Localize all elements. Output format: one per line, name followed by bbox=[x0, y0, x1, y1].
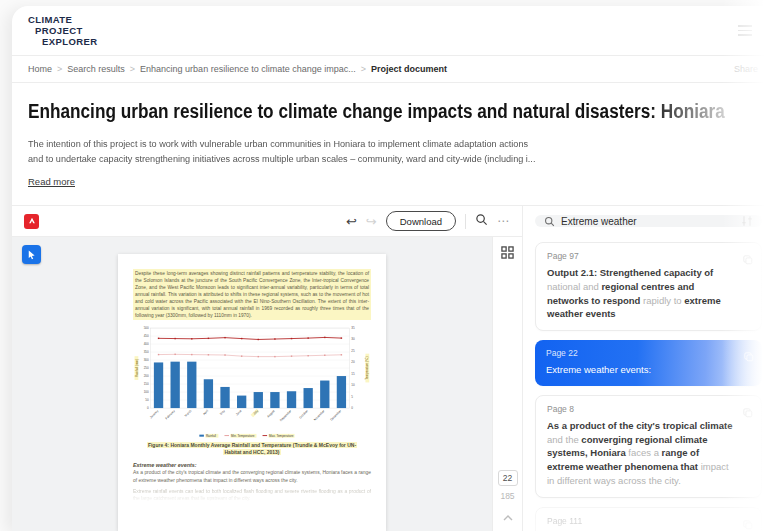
page-indicator: 22 185 bbox=[498, 470, 518, 525]
breadcrumb-current: Project document bbox=[371, 64, 447, 74]
thumbnail-grid-icon[interactable] bbox=[501, 245, 514, 263]
legend-item: Rainfall bbox=[206, 434, 216, 438]
search-result-card[interactable]: Page 8As a product of the city's tropica… bbox=[535, 395, 762, 498]
result-page-label: Page 111 bbox=[547, 516, 735, 526]
svg-text:150: 150 bbox=[144, 382, 149, 386]
pdf-canvas: Despite these long-term averages showing… bbox=[12, 237, 522, 531]
search-document-icon[interactable] bbox=[475, 212, 488, 230]
search-input[interactable] bbox=[561, 216, 735, 227]
legend-item: Min. Temperature bbox=[231, 434, 255, 438]
breadcrumb-separator-icon: > bbox=[361, 64, 366, 74]
svg-text:250: 250 bbox=[144, 366, 149, 370]
document-workspace: ↩ ↪ Download ⋯ bbox=[12, 205, 774, 531]
pdf-file-icon bbox=[24, 214, 39, 229]
select-tool-button[interactable] bbox=[22, 245, 41, 264]
logo-line-3: EXPLORER bbox=[28, 36, 97, 47]
breadcrumb-search-results[interactable]: Search results bbox=[67, 64, 125, 74]
copy-icon[interactable] bbox=[743, 516, 753, 531]
svg-text:100: 100 bbox=[144, 390, 149, 394]
svg-text:April: April bbox=[202, 409, 209, 416]
total-pages-label: 185 bbox=[500, 491, 514, 501]
sidebar-search-box bbox=[535, 215, 762, 227]
svg-text:25: 25 bbox=[351, 349, 355, 353]
app-header: CLIMATE PROJECT EXPLORER bbox=[12, 6, 774, 56]
redo-icon[interactable]: ↪ bbox=[366, 215, 377, 228]
svg-text:15: 15 bbox=[351, 372, 355, 376]
search-result-card[interactable]: Page 22Extreme weather events: bbox=[535, 340, 762, 386]
toolbar-divider bbox=[465, 214, 466, 229]
highlighted-paragraph: Despite these long-term averages showing… bbox=[133, 269, 371, 320]
result-snippet: As a product of the city's tropical clim… bbox=[547, 419, 735, 488]
svg-text:January: January bbox=[149, 409, 160, 420]
page-title: Enhancing urban resilience to climate ch… bbox=[28, 100, 758, 123]
breadcrumb: Home > Search results > Enhancing urban … bbox=[28, 64, 447, 74]
copy-icon[interactable] bbox=[744, 348, 754, 366]
chevron-up-icon[interactable] bbox=[503, 507, 513, 525]
pdf-page: Despite these long-term averages showing… bbox=[118, 254, 386, 531]
hamburger-menu-icon[interactable] bbox=[738, 25, 752, 35]
figure4-chart-container: 0501001502002503003504004505000510152025… bbox=[133, 324, 371, 439]
breadcrumb-bar: Home > Search results > Enhancing urban … bbox=[12, 56, 774, 83]
search-result-card[interactable]: Page 1111.4. Implementation of screened … bbox=[535, 507, 762, 531]
app-window: CLIMATE PROJECT EXPLORER Home > Search r… bbox=[12, 6, 774, 531]
logo-line-1: CLIMATE bbox=[28, 14, 97, 25]
results-list: Page 97Output 2.1: Strengthened capacity… bbox=[535, 242, 762, 531]
section-paragraph: As a product of the city's tropical clim… bbox=[133, 469, 371, 484]
svg-text:10: 10 bbox=[351, 384, 355, 388]
pdf-side-rail: 22 185 bbox=[492, 237, 522, 531]
fading-paragraph: Extreme rainfall events can lead to both… bbox=[133, 488, 371, 503]
search-icon bbox=[544, 216, 555, 227]
copy-icon[interactable] bbox=[743, 251, 753, 269]
more-options-icon[interactable]: ⋯ bbox=[497, 214, 510, 228]
svg-text:Rainfall (mm): Rainfall (mm) bbox=[135, 359, 139, 377]
result-snippet: Extreme weather events: bbox=[546, 363, 736, 377]
svg-text:February: February bbox=[164, 409, 176, 421]
section-heading: Extreme weather events: bbox=[133, 462, 371, 468]
breadcrumb-separator-icon: > bbox=[130, 64, 135, 74]
current-page-input[interactable]: 22 bbox=[498, 470, 518, 486]
project-title-section: Enhancing urban resilience to climate ch… bbox=[12, 83, 774, 205]
svg-text:0: 0 bbox=[351, 406, 353, 410]
result-page-label: Page 8 bbox=[547, 404, 735, 414]
svg-text:August: August bbox=[266, 409, 276, 419]
result-page-label: Page 97 bbox=[547, 251, 735, 261]
undo-icon[interactable]: ↩ bbox=[346, 215, 357, 228]
result-page-label: Page 22 bbox=[546, 348, 736, 358]
svg-text:500: 500 bbox=[144, 326, 149, 330]
svg-text:30: 30 bbox=[351, 338, 355, 342]
logo-line-2: PROJECT bbox=[28, 25, 97, 36]
result-snippet: Output 2.1: Strengthened capacity of nat… bbox=[547, 266, 735, 321]
screenshot-stage: CLIMATE PROJECT EXPLORER Home > Search r… bbox=[0, 0, 774, 531]
svg-text:300: 300 bbox=[144, 358, 149, 362]
description-line-1: The intention of this project is to work… bbox=[28, 136, 722, 151]
figure-caption: Figure 4: Honiara Monthly Average Rainfa… bbox=[133, 442, 371, 457]
read-more-link[interactable]: Read more bbox=[28, 176, 75, 187]
svg-text:December: December bbox=[329, 409, 342, 422]
download-button[interactable]: Download bbox=[386, 211, 456, 231]
svg-text:20: 20 bbox=[351, 361, 355, 365]
svg-text:October: October bbox=[298, 409, 308, 419]
breadcrumb-project[interactable]: Enhancing urban resilience to climate ch… bbox=[140, 64, 356, 74]
breadcrumb-home[interactable]: Home bbox=[28, 64, 52, 74]
svg-text:0: 0 bbox=[147, 406, 149, 410]
svg-text:450: 450 bbox=[144, 334, 149, 338]
legend-item: Max. Temperature bbox=[269, 434, 294, 438]
breadcrumb-separator-icon: > bbox=[57, 64, 62, 74]
svg-text:September: September bbox=[279, 409, 292, 422]
climate-project-explorer-logo[interactable]: CLIMATE PROJECT EXPLORER bbox=[28, 14, 97, 47]
search-results-sidebar: Displaying top 500 matches results for s… bbox=[522, 206, 774, 531]
svg-text:May: May bbox=[219, 409, 226, 416]
search-result-card[interactable]: Page 97Output 2.1: Strengthened capacity… bbox=[535, 242, 762, 331]
share-link[interactable]: Share bbox=[734, 64, 758, 74]
filter-sliders-icon[interactable] bbox=[741, 215, 753, 227]
svg-text:5: 5 bbox=[351, 395, 353, 399]
project-description: The intention of this project is to work… bbox=[28, 136, 758, 167]
pdf-toolbar: ↩ ↪ Download ⋯ bbox=[12, 206, 522, 237]
svg-text:November: November bbox=[313, 409, 326, 422]
copy-icon[interactable] bbox=[743, 404, 753, 422]
figure4-chart: 0501001502002503003504004505000510152025… bbox=[133, 324, 371, 439]
svg-text:200: 200 bbox=[144, 374, 149, 378]
description-line-2: and to undertake capacity strengthening … bbox=[28, 151, 722, 166]
svg-text:March: March bbox=[184, 409, 193, 418]
pdf-viewer: ↩ ↪ Download ⋯ bbox=[12, 206, 522, 531]
